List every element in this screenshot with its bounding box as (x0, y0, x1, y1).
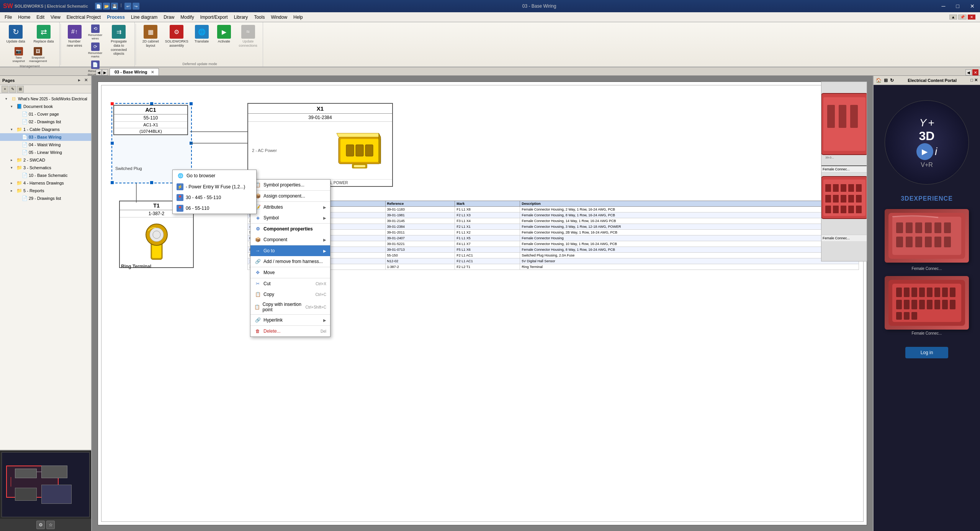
ribbon-pin-btn[interactable]: 📌 (958, 15, 967, 20)
ctx-attributes[interactable]: 📝 Attributes ▶ (250, 202, 330, 212)
tree-item-drawingslist[interactable]: 📄 02 - Drawings list (0, 118, 91, 126)
tree-item-reports[interactable]: ▸ 📁 5 - Reports (0, 187, 91, 194)
portal-home-icon[interactable]: 🏠 (876, 78, 882, 83)
tree-item-basewiring[interactable]: 📄 03 - Base Wiring (0, 133, 91, 141)
goto-browser[interactable]: 🌐 Go to browser (173, 170, 256, 181)
pages-btn-1[interactable]: ▸ (77, 77, 82, 83)
portal-collapse-btn[interactable]: □ (970, 78, 973, 83)
pages-tree-expand[interactable]: ⊞ (17, 86, 24, 93)
close-ribbon-btn[interactable]: ✕ (968, 15, 975, 20)
pages-add[interactable]: + (2, 86, 8, 93)
renumber-marks-button[interactable]: ⟳ Renumbermarks (86, 42, 104, 59)
minimize-button[interactable]: ─ (939, 2, 948, 10)
renumber-docs-icon: 📄 (91, 60, 100, 69)
mini-ctrl-2[interactable]: ☆ (46, 521, 55, 529)
propagate-button[interactable]: ⇉ Propagate data to connected objects (105, 24, 132, 57)
canvas-area[interactable]: AC1 55-110 AC1-X1 (10744BLK) Switched Pl… (92, 76, 873, 531)
menu-view[interactable]: View (47, 13, 64, 21)
goto-power-icon: ⚡ (177, 183, 183, 190)
menu-modify[interactable]: Modify (177, 13, 197, 21)
ctx-cut-icon: ✂ (254, 280, 261, 287)
ctx-hyperlink[interactable]: 🔗 Hyperlink ▶ (250, 315, 330, 326)
panel-close[interactable]: ✕ (972, 69, 978, 75)
activate-button[interactable]: ▶ Activate (213, 24, 234, 45)
snapshot-management-button[interactable]: 🖼 Snapshotmanagement (28, 46, 49, 64)
menu-home[interactable]: Home (15, 13, 33, 21)
mini-ctrl-1[interactable]: ⚙ (36, 521, 45, 529)
ctx-delete[interactable]: 🗑 Delete... Del (250, 326, 330, 337)
tree-icon-linearwiring: 📄 (21, 149, 28, 155)
svg-rect-28 (848, 184, 854, 192)
menu-electrical-project[interactable]: Electrical Project (64, 13, 104, 21)
pages-close-btn[interactable]: ✕ (83, 77, 89, 83)
renumber-wires-button[interactable]: ⟲ Renumberwires (86, 24, 104, 41)
replace-data-button[interactable]: ⇄ Replace data (30, 24, 57, 45)
portal-refresh-icon[interactable]: ↻ (890, 78, 894, 83)
menu-line-diagram[interactable]: Line diagram (128, 13, 160, 21)
tree-item-linearwiring[interactable]: 📄 05 - Linear Wiring (0, 149, 91, 156)
panel-collapse[interactable]: ◀ (965, 69, 972, 75)
ctx-component-properties[interactable]: ⚙ Component properties (250, 224, 330, 234)
menu-help[interactable]: Help (290, 13, 306, 21)
qa-undo[interactable]: ↩ (124, 3, 131, 10)
translate-button[interactable]: 🌐 Translate (191, 24, 212, 45)
tree-item-swcad[interactable]: ▸ 📁 2 - SWCAD (0, 156, 91, 164)
close-button[interactable]: ✕ (968, 2, 977, 10)
sw-assembly-button[interactable]: ⚙ SOLIDWORKS assembly (163, 24, 190, 49)
ctx-goto[interactable]: → Go to ▶ (250, 245, 330, 256)
pages-edit[interactable]: ✎ (9, 86, 16, 93)
qa-redo[interactable]: ↪ (133, 3, 139, 10)
ctx-component[interactable]: 📦 Component ▶ (250, 234, 330, 245)
play-btn[interactable]: ▶ (916, 143, 933, 160)
tree-item-harness[interactable]: ▸ 📁 4 - Harness Drawings (0, 179, 91, 187)
tree-item-drawingslist2[interactable]: 📄 29 - Drawings list (0, 194, 91, 202)
tab-nav-prev[interactable]: ◀ (96, 69, 102, 75)
menu-library[interactable]: Library (231, 13, 251, 21)
ctx-move[interactable]: ✥ Move (250, 267, 330, 278)
take-snapshot-button[interactable]: 📷 Takesnapshot (11, 46, 26, 64)
update-connections-button[interactable]: ≈ Update connections (236, 24, 260, 49)
menu-window[interactable]: Window (268, 13, 290, 21)
tab-close-button[interactable]: ✕ (151, 70, 154, 74)
ctx-copy[interactable]: 📋 Copy Ctrl+C (250, 289, 330, 300)
portal-grid-icon[interactable]: ⊞ (884, 78, 888, 83)
tab-base-wiring[interactable]: 03 - Base Wiring ✕ (110, 68, 159, 75)
tab-nav-next[interactable]: ▶ (102, 69, 108, 75)
maximize-button[interactable]: □ (954, 2, 962, 10)
portal-connector-bottom[interactable] (885, 276, 969, 330)
2d-cabinet-button[interactable]: ▦ 2D cabinet layout (139, 24, 162, 49)
ctx-add-remove-harness[interactable]: 🔗 Add / remove from harness... (250, 256, 330, 267)
portal-close-btn[interactable]: ✕ (974, 78, 978, 83)
goto-item-06[interactable]: 📍 06 - 55-110 (173, 203, 256, 214)
number-new-wires-button[interactable]: #↑ Number new wires (64, 24, 85, 49)
tree-item-baseschematic[interactable]: 📄 10 - Base Schematic (0, 172, 91, 179)
management-buttons: ↻ Update data ⇄ Replace data (2, 24, 57, 45)
qa-new[interactable]: 📄 (95, 3, 102, 10)
qa-open[interactable]: 📂 (103, 3, 110, 10)
menu-file[interactable]: File (2, 13, 15, 21)
menu-draw[interactable]: Draw (160, 13, 177, 21)
tree-item-schematics[interactable]: ▾ 📁 3 - Schematics (0, 164, 91, 172)
tree-item-root[interactable]: ▾ ⊟ What's New 2025 - SolidWorks Electri… (0, 95, 91, 103)
menu-edit[interactable]: Edit (33, 13, 47, 21)
ribbon-collapse-btn[interactable]: ▲ (949, 15, 957, 20)
update-data-button[interactable]: ↻ Update data (2, 24, 29, 45)
qa-save[interactable]: 💾 (111, 3, 118, 10)
menu-process[interactable]: Process (104, 13, 128, 21)
ctx-symbol[interactable]: ◈ Symbol ▶ (250, 212, 330, 224)
ctx-copy-insertion[interactable]: 📋 Copy with insertion point Ctrl+Shift+C (250, 300, 330, 315)
portal-connector-top[interactable] (885, 209, 969, 263)
ctx-symbol-properties[interactable]: 📋 Symbol properties... (250, 180, 330, 191)
menu-tools[interactable]: Tools (251, 13, 268, 21)
tree-item-docbook[interactable]: ▾ 📘 Document book (0, 103, 91, 110)
tree-item-waistwiring[interactable]: 📄 04 - Waist Wiring (0, 141, 91, 149)
ctx-assign-component[interactable]: 📦 Assign component... (250, 191, 330, 202)
tree-item-cable-diagrams[interactable]: ▾ 📁 1 - Cable Diagrams (0, 126, 91, 133)
tree-item-coverpage[interactable]: 📄 01 - Cover page (0, 110, 91, 118)
login-button[interactable]: Log in (905, 347, 949, 358)
goto-item-445[interactable]: 📍 30 - 445 - 55-110 (173, 192, 256, 203)
divider-2 (136, 24, 136, 65)
goto-power-entry[interactable]: ⚡ - Power Entry W Fuse (1,2...) (173, 181, 256, 192)
ctx-cut[interactable]: ✂ Cut Ctrl+X (250, 278, 330, 289)
menu-import-export[interactable]: Import/Export (197, 13, 231, 21)
